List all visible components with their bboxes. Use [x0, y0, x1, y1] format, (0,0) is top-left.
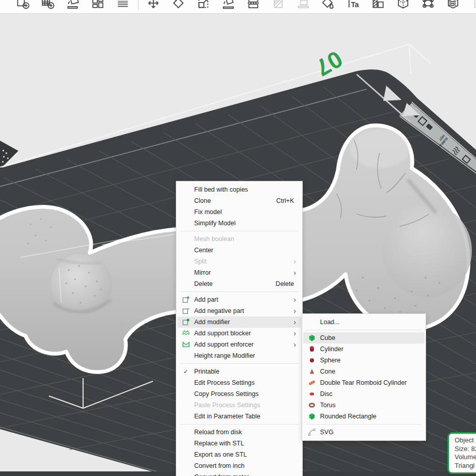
object-info-tooltip: Object Size: 82 Volume Triangl: [447, 432, 476, 474]
add-plate-button[interactable]: [40, 0, 56, 14]
tooltip-line-triangles: Triangl: [455, 462, 476, 470]
place-on-face-button[interactable]: [221, 0, 236, 14]
menu-item-reload-from-disk[interactable]: Reload from disk: [177, 427, 301, 438]
tooltip-line-volume: Volume: [455, 453, 476, 462]
menu-item-mesh-boolean[interactable]: Mesh boolean: [177, 233, 301, 245]
menu-item-convert-from-inch[interactable]: Convert from inch: [177, 460, 301, 471]
menu-item-add-modifier[interactable]: Add modifier›: [177, 316, 301, 328]
tooltip-line-object: Object: [455, 436, 476, 445]
submenu-item-disc[interactable]: Disc: [303, 388, 425, 400]
sphere-icon: [303, 357, 320, 364]
menu-separator: [180, 231, 299, 231]
menu-item-split[interactable]: Split›: [177, 256, 301, 267]
add-negative-part-icon: [177, 307, 194, 314]
add-object-button[interactable]: [15, 0, 31, 14]
menu-separator: [306, 424, 422, 425]
submenu-item-torus[interactable]: Torus: [303, 400, 425, 411]
menu-separator: [180, 424, 299, 425]
menu-item-paste-process-settings[interactable]: Paste Process Settings: [177, 400, 301, 411]
disc-icon: [303, 390, 320, 398]
chevron-right-icon: ›: [294, 340, 296, 348]
chevron-right-icon: ›: [294, 257, 296, 265]
submenu-item-sphere[interactable]: Sphere: [303, 355, 425, 366]
menu-item-simplify-model[interactable]: Simplify Model: [177, 218, 301, 229]
menu-separator: [306, 330, 422, 330]
cone-icon: [303, 368, 320, 375]
menu-item-mirror[interactable]: Mirror›: [177, 267, 301, 278]
measure-button[interactable]: [395, 0, 411, 14]
flatten-button[interactable]: [296, 0, 311, 14]
layers-button[interactable]: [271, 0, 286, 14]
bone-ball-right: [382, 204, 472, 298]
move-button[interactable]: [146, 0, 161, 14]
chevron-right-icon: ›: [294, 318, 296, 326]
chevron-right-icon: ›: [294, 296, 296, 303]
text-tool-glyph: Ta: [351, 1, 359, 9]
pattern-button[interactable]: [371, 0, 386, 14]
menu-item-add-support-enforcer[interactable]: Add support enforcer›: [177, 339, 301, 350]
tooltip-line-size: Size: 82: [455, 445, 476, 454]
rotate-button[interactable]: [171, 0, 186, 14]
rounded-rectangle-icon: [303, 413, 320, 420]
menu-item-edit-process-settings[interactable]: Edit Process Settings: [177, 377, 301, 388]
variable-layer-height-button[interactable]: [445, 0, 461, 14]
scale-button[interactable]: [196, 0, 211, 14]
cube-icon: [303, 334, 320, 341]
menu-item-export-as-one-stl[interactable]: Export as one STL: [177, 449, 301, 460]
context-menu: Fill bed with copies CloneCtrl+K Fix mod…: [176, 181, 303, 476]
bezier-curve-icon: [303, 429, 320, 436]
add-part-icon: [177, 296, 194, 303]
menu-item-add-negative-part[interactable]: Add negative part›: [177, 305, 301, 316]
submenu-item-cone[interactable]: Cone: [303, 366, 425, 377]
menu-item-replace-with-stl[interactable]: Replace with STL: [177, 438, 301, 449]
check-icon: ✓: [177, 368, 194, 375]
menu-item-center[interactable]: Center: [177, 245, 301, 256]
chevron-right-icon: ›: [294, 329, 296, 337]
paint-button[interactable]: [321, 0, 336, 14]
menu-item-copy-process-settings[interactable]: Copy Process Settings: [177, 388, 301, 400]
split-button[interactable]: [246, 0, 261, 14]
copy-button[interactable]: C: [470, 0, 476, 14]
cylinder-icon: [303, 346, 320, 353]
shortcut-clone: Ctrl+K: [276, 197, 294, 204]
object-list-button[interactable]: [115, 0, 130, 14]
menu-separator: [180, 363, 299, 364]
chevron-right-icon: ›: [294, 269, 296, 276]
menu-item-delete[interactable]: DeleteDelete: [177, 278, 301, 289]
auto-orient-button[interactable]: [65, 0, 81, 14]
top-toolbar: Ta C P: [0, 0, 476, 14]
submenu-item-cube[interactable]: Cube: [303, 332, 425, 343]
menu-item-height-range-modifier[interactable]: Height range Modifier: [177, 350, 301, 361]
menu-item-fix-model[interactable]: Fix model: [177, 206, 301, 218]
text-tool-button[interactable]: Ta: [346, 0, 361, 14]
shortcut-delete: Delete: [276, 280, 294, 287]
submenu-item-cylinder[interactable]: Cylinder: [303, 343, 425, 355]
submenu-item-load[interactable]: Load...: [303, 316, 425, 328]
support-enforcer-icon: [177, 341, 194, 348]
menu-item-convert-from-meter[interactable]: Convert from meter: [177, 471, 301, 476]
romboid-icon: [303, 379, 320, 386]
menu-item-clone[interactable]: CloneCtrl+K: [177, 195, 301, 206]
add-modifier-submenu: Load... Cube Cylinder Sphere Cone Double…: [302, 313, 426, 441]
menu-item-add-part[interactable]: Add part›: [177, 294, 301, 305]
toolbar-separator: [138, 0, 139, 10]
menu-item-edit-in-parameter-table[interactable]: Edit in Parameter Table: [177, 411, 301, 422]
submenu-item-rounded-rectangle[interactable]: Rounded Rectangle: [303, 411, 425, 422]
menu-item-add-support-blocker[interactable]: Add support blocker›: [177, 328, 301, 339]
chevron-right-icon: ›: [294, 307, 296, 314]
menu-item-fill-bed-with-copies[interactable]: Fill bed with copies: [177, 184, 301, 195]
menu-separator: [180, 292, 299, 292]
submenu-item-svg[interactable]: SVG: [303, 427, 425, 438]
fuzzy-skin-button[interactable]: [420, 0, 436, 14]
support-blocker-icon: [177, 330, 194, 337]
submenu-item-double-tear-romboid-cylinder[interactable]: Double Tear Romboid Cylinder: [303, 377, 425, 388]
menu-item-printable[interactable]: ✓Printable: [177, 366, 301, 377]
torus-icon: [303, 402, 320, 409]
arrange-button[interactable]: [90, 0, 105, 14]
add-modifier-icon: [177, 319, 194, 326]
